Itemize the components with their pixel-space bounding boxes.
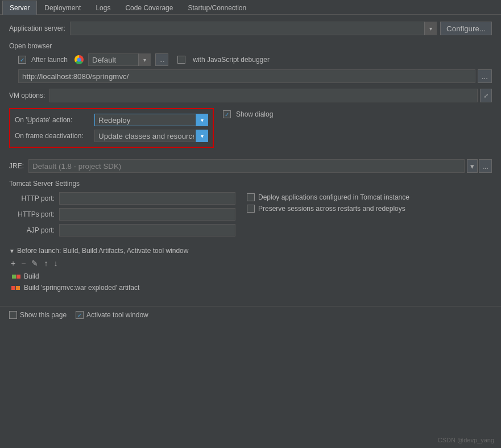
- on-frame-select[interactable]: [94, 130, 208, 142]
- app-server-label: Application server:: [9, 24, 65, 32]
- tab-server[interactable]: Server: [2, 1, 37, 15]
- highlight-box: On 'Update' action: ▾ On frame deactivat…: [9, 108, 214, 148]
- show-dialog-label: Show dialog: [236, 110, 273, 118]
- on-update-select[interactable]: [94, 114, 208, 126]
- activate-tool-row: Activate tool window: [76, 311, 148, 319]
- ajp-port-input[interactable]: [59, 224, 235, 237]
- preserve-checkbox[interactable]: [247, 205, 255, 213]
- ajp-port-row: AJP port:: [9, 224, 235, 237]
- show-page-row: Show this page: [9, 311, 67, 319]
- js-debugger-checkbox[interactable]: [177, 56, 185, 64]
- url-more-button[interactable]: ...: [478, 69, 492, 83]
- on-update-row: On 'Update' action: ▾: [15, 114, 208, 126]
- before-launch-section: ▼ Before launch: Build, Build Artifacts,…: [9, 247, 492, 292]
- show-page-checkbox[interactable]: [9, 311, 17, 319]
- https-port-label: HTTPs port:: [9, 210, 55, 218]
- tomcat-layout: HTTP port: HTTPs port: AJP port: Deploy …: [9, 192, 492, 240]
- before-launch-toolbar: + − ✎ ↑ ↓: [9, 258, 492, 268]
- on-frame-label: On frame deactivation:: [15, 132, 94, 140]
- activate-tool-checkbox[interactable]: [76, 311, 84, 319]
- tab-bar: Server Deployment Logs Code Coverage Sta…: [0, 0, 501, 15]
- app-server-input[interactable]: [70, 22, 437, 35]
- https-port-input[interactable]: [59, 208, 235, 221]
- on-frame-row: On frame deactivation: ▾: [15, 130, 208, 142]
- http-port-row: HTTP port:: [9, 192, 235, 205]
- preserve-label: Preserve sessions across restarts and re…: [258, 205, 405, 213]
- after-launch-row: After launch ▾ ... with JavaScript debug…: [18, 53, 492, 66]
- app-server-row: Application server: ▾ Configure...: [9, 22, 492, 35]
- before-launch-label: Before launch: Build, Build Artifacts, A…: [17, 247, 189, 255]
- move-down-button[interactable]: ↓: [52, 258, 59, 268]
- deploy-cb-row: Deploy applications configured in Tomcat…: [247, 193, 409, 201]
- vm-options-label: VM options:: [9, 92, 45, 99]
- ajp-port-label: AJP port:: [9, 226, 55, 234]
- move-up-button[interactable]: ↑: [42, 258, 49, 268]
- show-page-label: Show this page: [20, 311, 67, 319]
- tomcat-title: Tomcat Server Settings: [9, 180, 492, 188]
- add-button[interactable]: +: [9, 258, 17, 268]
- jre-row: JRE: ▾ ...: [9, 159, 492, 173]
- jre-dropdown-arrow[interactable]: ▾: [467, 159, 478, 173]
- show-dialog-checkbox[interactable]: [223, 110, 231, 118]
- url-input[interactable]: [18, 69, 475, 83]
- before-launch-header: ▼ Before launch: Build, Build Artifacts,…: [9, 247, 492, 255]
- browser-dots-button[interactable]: ...: [155, 53, 168, 66]
- port-settings: HTTP port: HTTPs port: AJP port:: [9, 192, 235, 240]
- tomcat-section: Tomcat Server Settings HTTP port: HTTPs …: [9, 180, 492, 240]
- remove-button[interactable]: −: [19, 258, 27, 268]
- app-server-dropdown-arrow[interactable]: ▾: [424, 22, 437, 35]
- edit-button[interactable]: ✎: [30, 258, 40, 268]
- build-label: Build: [24, 272, 39, 280]
- main-content: Application server: ▾ Configure... Open …: [0, 15, 501, 301]
- http-port-input[interactable]: [59, 192, 235, 205]
- tomcat-options: Deploy applications configured in Tomcat…: [235, 192, 409, 216]
- preserve-cb-row: Preserve sessions across restarts and re…: [247, 205, 409, 213]
- vm-options-input[interactable]: [49, 89, 478, 102]
- open-browser-label: Open browser: [9, 42, 492, 50]
- on-update-select-wrap: ▾: [94, 114, 208, 126]
- after-launch-checkbox[interactable]: [18, 56, 26, 64]
- on-frame-select-wrap: ▾: [94, 130, 208, 142]
- build-icon: [11, 272, 20, 281]
- http-port-label: HTTP port:: [9, 194, 55, 202]
- launch-item-artifact: Build 'springmvc:war exploded' artifact: [9, 283, 492, 292]
- tab-logs[interactable]: Logs: [88, 1, 118, 15]
- https-port-row: HTTPs port:: [9, 208, 235, 221]
- activate-tool-label: Activate tool window: [86, 311, 148, 319]
- browser-select-wrap: ▾: [88, 53, 151, 66]
- tab-deployment[interactable]: Deployment: [37, 1, 88, 15]
- jre-input[interactable]: [28, 159, 465, 173]
- update-frame-container: On 'Update' action: ▾ On frame deactivat…: [9, 108, 492, 154]
- tab-startup-connection[interactable]: Startup/Connection: [180, 1, 254, 15]
- collapse-triangle[interactable]: ▼: [9, 248, 15, 254]
- vm-options-row: VM options: ⤢: [9, 89, 492, 102]
- configure-button[interactable]: Configure...: [440, 22, 492, 35]
- url-row: ...: [18, 69, 492, 83]
- tab-code-coverage[interactable]: Code Coverage: [118, 1, 180, 15]
- chrome-icon: [74, 55, 84, 64]
- on-update-label: On 'Update' action:: [15, 116, 94, 124]
- jre-label: JRE:: [9, 162, 24, 170]
- artifact-icon: [11, 283, 20, 292]
- js-debugger-label: with JavaScript debugger: [193, 56, 270, 64]
- after-launch-label: After launch: [31, 56, 68, 64]
- show-dialog-row: Show dialog: [223, 110, 273, 118]
- browser-dropdown-arrow[interactable]: ▾: [138, 53, 151, 66]
- vm-expand-button[interactable]: ⤢: [480, 89, 492, 102]
- artifact-label: Build 'springmvc:war exploded' artifact: [24, 284, 139, 292]
- bottom-bar: Show this page Activate tool window: [0, 306, 501, 323]
- jre-more-button[interactable]: ...: [479, 159, 492, 173]
- deploy-checkbox[interactable]: [247, 193, 255, 201]
- watermark: CSDN @devp_yang: [438, 437, 494, 443]
- jre-select-wrap: ▾ ...: [28, 159, 492, 173]
- app-server-select-wrapper: ▾: [70, 22, 437, 35]
- deploy-label: Deploy applications configured in Tomcat…: [258, 193, 409, 201]
- launch-item-build: Build: [9, 272, 492, 281]
- open-browser-section: After launch ▾ ... with JavaScript debug…: [9, 53, 492, 83]
